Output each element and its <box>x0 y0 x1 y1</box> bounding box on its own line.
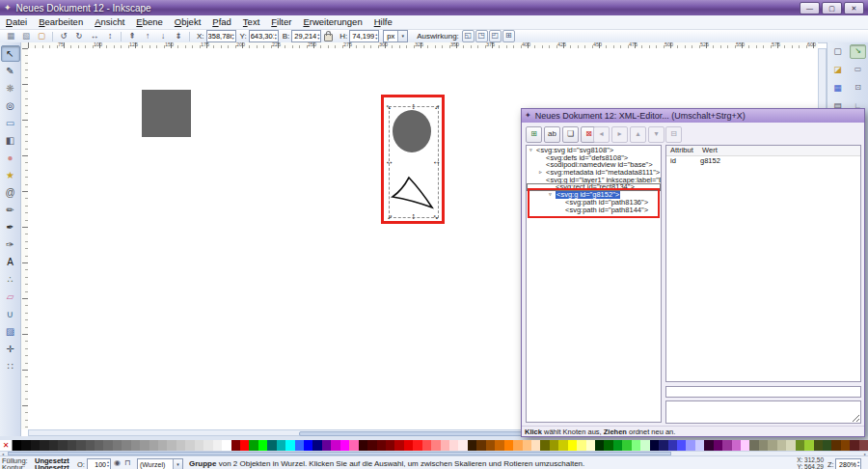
palette-swatch[interactable] <box>149 440 158 451</box>
palette-swatch[interactable] <box>458 440 467 451</box>
palette-swatch[interactable] <box>714 440 722 451</box>
delete-attribute-button[interactable]: ⊟ <box>665 126 682 143</box>
menu-ebene[interactable]: Ebene <box>130 15 168 29</box>
palette-swatch[interactable] <box>804 440 813 451</box>
spinner-arrows[interactable]: ▴▾ <box>107 460 109 468</box>
dropper-tool[interactable]: ✛ <box>1 341 20 357</box>
palette-swatch[interactable] <box>176 440 185 451</box>
palette-swatch[interactable] <box>349 440 358 451</box>
palette-swatch[interactable] <box>577 440 585 451</box>
palette-swatch[interactable] <box>741 440 749 451</box>
layer-lock-icon[interactable]: ⊓ <box>124 458 130 467</box>
palette-swatch[interactable] <box>449 440 458 451</box>
palette-swatch[interactable] <box>131 440 140 451</box>
eraser-tool[interactable]: ▱ <box>1 289 20 305</box>
palette-swatch[interactable] <box>586 440 595 451</box>
palette-swatch[interactable] <box>814 440 823 451</box>
palette-swatch[interactable] <box>312 440 321 451</box>
palette-swatch[interactable] <box>240 440 249 451</box>
palette-swatch[interactable] <box>394 440 403 451</box>
new-element-node-button[interactable]: ⊞ <box>526 126 542 143</box>
palette-swatch[interactable] <box>859 440 868 451</box>
menu-hilfe[interactable]: Hilfe <box>368 15 398 29</box>
palette-swatch[interactable] <box>486 440 495 451</box>
spinner-arrows[interactable]: ▴▾ <box>232 33 234 41</box>
palette-swatch[interactable] <box>49 440 58 451</box>
palette-swatch[interactable] <box>568 440 577 451</box>
spinner-arrows[interactable]: ▴▾ <box>375 33 377 41</box>
collapse-icon[interactable]: ▿ <box>549 191 556 199</box>
palette-swatch[interactable] <box>759 440 768 451</box>
move-node-down-button[interactable]: ▾ <box>648 126 665 143</box>
calligraphy-tool[interactable]: ✑ <box>1 236 20 253</box>
palette-swatch[interactable] <box>831 440 840 451</box>
palette-swatch[interactable] <box>58 440 67 451</box>
height-input[interactable] <box>351 32 374 41</box>
palette-swatch[interactable] <box>76 440 85 451</box>
minimize-button[interactable]: — <box>800 2 820 14</box>
palette-swatch[interactable] <box>686 440 694 451</box>
snap-bbox-icon[interactable]: ▭ <box>850 63 866 77</box>
palette-swatch[interactable] <box>749 440 758 451</box>
xml-dialog-title-bar[interactable]: ✦ Neues Dokument 12: XML-Editor... (Umsc… <box>522 109 864 123</box>
xml-tree-node[interactable]: <svg:path id="path8144"> <box>527 207 661 214</box>
palette-swatch[interactable] <box>158 440 167 451</box>
palette-swatch[interactable] <box>632 440 640 451</box>
no-color-swatch[interactable]: ✕ <box>0 440 13 451</box>
close-button[interactable]: ✕ <box>844 2 864 14</box>
connector-tool[interactable]: ∷ <box>1 358 20 374</box>
palette-swatch[interactable] <box>231 440 240 451</box>
move-node-up-button[interactable]: ▴ <box>630 126 646 143</box>
palette-swatch[interactable] <box>113 440 122 451</box>
palette-swatch[interactable] <box>504 440 513 451</box>
open-document-icon[interactable]: ◪ <box>829 63 847 77</box>
palette-swatch[interactable] <box>850 440 858 451</box>
palette-swatch[interactable] <box>140 440 149 451</box>
palette-swatch[interactable] <box>540 440 549 451</box>
text-tool[interactable]: A <box>1 254 20 270</box>
x-input[interactable] <box>208 32 231 41</box>
selector-tool[interactable]: ↖ <box>1 45 20 62</box>
scale-handle-bottom[interactable]: ↕ <box>409 212 418 221</box>
lock-ratio-icon[interactable] <box>324 34 333 41</box>
palette-swatch[interactable] <box>558 440 567 451</box>
palette-swatch[interactable] <box>122 440 130 451</box>
new-text-node-button[interactable]: ab <box>544 126 560 143</box>
menu-pfad[interactable]: Pfad <box>206 15 237 29</box>
palette-swatch[interactable] <box>21 440 30 451</box>
spiral-tool[interactable]: @ <box>1 184 20 201</box>
menu-ansicht[interactable]: Ansicht <box>89 15 130 29</box>
palette-swatch[interactable] <box>422 440 431 451</box>
palette-swatch[interactable] <box>841 440 850 451</box>
palette-swatch[interactable] <box>267 440 276 451</box>
palette-swatch[interactable] <box>476 440 485 451</box>
palette-swatch[interactable] <box>786 440 795 451</box>
palette-swatch[interactable] <box>695 440 704 451</box>
affect-pattern-toggle[interactable]: ⊞ <box>502 30 515 42</box>
palette-swatch[interactable] <box>68 440 76 451</box>
palette-swatch[interactable] <box>185 440 194 451</box>
select-all-icon[interactable]: ▦ <box>4 30 17 42</box>
attribute-row[interactable]: idg8152 <box>666 156 860 166</box>
menu-erweiterungen[interactable]: Erweiterungen <box>297 15 367 29</box>
dropdown-arrow-icon[interactable]: ▾ <box>397 31 407 41</box>
palette-swatch[interactable] <box>13 440 21 451</box>
palette-swatch[interactable] <box>103 440 112 451</box>
palette-swatch[interactable] <box>404 440 413 451</box>
ellipse-tool[interactable]: ● <box>1 150 20 166</box>
scale-handle-left[interactable]: ↔ <box>385 157 393 166</box>
bucket-tool[interactable]: ∪ <box>1 306 20 322</box>
deselect-icon[interactable]: ▢ <box>35 30 48 42</box>
palette-swatch[interactable] <box>331 440 339 451</box>
spinner-arrows[interactable]: ▴▾ <box>857 460 859 468</box>
stroke-value[interactable]: Ungesetzt <box>35 463 69 469</box>
select-all-layers-icon[interactable]: ▧ <box>19 30 33 42</box>
gray-rectangle-object[interactable] <box>142 90 191 137</box>
palette-swatch[interactable] <box>531 440 540 451</box>
menu-text[interactable]: Text <box>237 15 265 29</box>
duplicate-node-button[interactable]: ❏ <box>562 126 579 143</box>
palette-swatch[interactable] <box>640 440 649 451</box>
palette-swatch[interactable] <box>732 440 741 451</box>
palette-swatch[interactable] <box>796 440 804 451</box>
palette-swatch[interactable] <box>768 440 776 451</box>
